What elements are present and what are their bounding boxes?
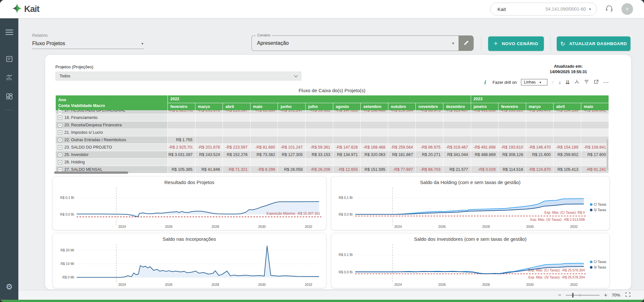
table-cell: -R$ 108.841 (581, 110, 609, 114)
table-cell (498, 122, 526, 129)
table-cell (361, 122, 388, 129)
update-dashboard-button[interactable]: ↻ ATUALIZAR DASHBOARD (557, 36, 630, 51)
table-horizontal-scrollbar[interactable] (54, 171, 128, 174)
expand-row-button[interactable]: + (58, 160, 62, 164)
drill-up-icon[interactable]: ↑ (552, 80, 554, 85)
table-cell (526, 122, 554, 129)
table-cell (278, 129, 306, 136)
table-cell (250, 114, 278, 122)
projects-filter-value: Todos (60, 74, 70, 78)
expand-row-button[interactable]: + (58, 131, 62, 135)
table-row-label[interactable]: +18. Financiamento (56, 114, 168, 122)
zoom-in-button[interactable]: + (604, 292, 607, 298)
drill-on-select[interactable]: Linhas ▾ (521, 79, 547, 85)
table-cell: -R$ 101.247 (278, 110, 306, 114)
expand-row-button[interactable]: + (58, 153, 62, 157)
table-cell: -R$ 168.468 (361, 110, 388, 114)
scenario-select-label: Cenário (256, 33, 272, 37)
table-cell: R$ 127.305 (278, 151, 306, 159)
sidebar-item-indicators[interactable] (5, 74, 13, 83)
expand-row-button[interactable]: + (58, 116, 62, 120)
avatar-initial: Y (626, 6, 629, 12)
menu-hamburger-icon[interactable] (5, 28, 13, 36)
table-cell (581, 136, 609, 144)
zoom-out-button[interactable]: − (558, 292, 561, 298)
table-cell: R$ 17.600 (581, 151, 609, 159)
table-cell: R$ 21.577 (443, 166, 471, 173)
support-headset-icon[interactable] (605, 4, 614, 14)
table-cell: -R$ 86.975 (416, 110, 443, 114)
table-row-label[interactable]: +23. SALDO DO PROJETO (56, 144, 168, 151)
table-cell (278, 122, 306, 129)
table-row-label[interactable]: +26. Holding (56, 159, 168, 166)
table-cell (223, 122, 251, 129)
expand-all-icon[interactable] (574, 79, 580, 86)
info-icon[interactable]: i (484, 79, 486, 85)
projects-filter-dropdown[interactable]: Todos (55, 72, 301, 81)
table-cell: -R$ 66.703 (416, 166, 443, 173)
table-cell (388, 129, 416, 136)
month-header: junho (278, 103, 306, 110)
table-cell (554, 136, 581, 144)
org-tax-id: 54.141.090/0001-60 (545, 6, 586, 12)
table-row: +17. RESULTADO OPERACIONAL-R$ 2.925.702-… (56, 110, 609, 114)
table-row: +22. Outras Entradas / ReembolsosR$ 1.75… (56, 136, 609, 144)
expand-row-button[interactable]: + (58, 168, 62, 172)
table-cell (416, 114, 443, 122)
table-cell (250, 159, 278, 166)
focus-mode-icon[interactable] (593, 79, 599, 86)
sidebar-item-reports[interactable] (5, 55, 13, 64)
fit-to-screen-icon[interactable] (625, 291, 631, 299)
svg-text:Exposição Máxima: -R$ 15.307.1: Exposição Máxima: -R$ 15.307.161 (267, 211, 320, 215)
svg-text:R$ 20 Mi: R$ 20 Mi (61, 248, 74, 252)
brand-logo: Kait (12, 4, 39, 15)
drill-down-icon[interactable]: ↓ (558, 80, 561, 85)
last-updated: Atualizado em: 14/09/2025 19:55:31 (535, 64, 602, 75)
expand-row-button[interactable]: + (58, 145, 62, 150)
update-dashboard-label: ATUALIZAR DASHBOARD (569, 41, 627, 46)
table-row-label[interactable]: +17. RESULTADO OPERACIONAL (56, 110, 168, 114)
table-cell (195, 129, 223, 136)
table-row-label[interactable]: +25. Investidor (56, 151, 168, 159)
zoom-slider-thumb[interactable] (572, 293, 573, 297)
table-cell: -R$ 77.697 (388, 166, 416, 173)
org-switcher[interactable]: Kait 54.141.090/0001-60 ▾ (490, 3, 597, 15)
table-cell (223, 114, 251, 122)
sidebar-item-dashboards[interactable] (5, 93, 13, 102)
svg-text:R$ 0 Mi: R$ 0 Mi (62, 275, 74, 279)
table-cell: -R$ 491.898 (471, 144, 498, 151)
refresh-icon: ↻ (560, 40, 565, 47)
expand-row-button[interactable]: + (58, 123, 62, 127)
settings-gear-icon[interactable]: ⚙ (6, 282, 13, 291)
go-to-next-level-icon[interactable]: ⇊ (565, 80, 570, 85)
row-header[interactable]: AnoConta Viabilidade Macro▲ (56, 95, 168, 110)
new-scenario-button[interactable]: + NOVO CENÁRIO (488, 36, 544, 51)
table-vertical-scrollbar[interactable] (607, 139, 608, 170)
filter-icon[interactable] (584, 79, 589, 86)
table-row-label[interactable]: +22. Outras Entradas / Reembolsos (56, 136, 168, 144)
edit-scenario-button[interactable] (459, 35, 474, 51)
expand-row-button[interactable]: + (58, 138, 62, 142)
table-cell (361, 114, 388, 122)
more-options-icon[interactable]: ⋯ (603, 80, 609, 85)
table-cell: -R$ 223.597 (223, 144, 251, 151)
table-cell (195, 136, 223, 144)
report-select[interactable]: Relatório Fluxo Projetos ▾ (32, 33, 144, 49)
scenario-select[interactable]: Cenário Apresentação ▾ (251, 35, 459, 51)
svg-text:2024: 2024 (394, 225, 402, 229)
table-row-label[interactable]: +21. Impostos s/ Lucro (56, 129, 168, 136)
table-cell: R$ 1.755 (168, 136, 195, 144)
table-cell: R$ 320.063 (361, 151, 388, 159)
table-row-label[interactable]: +20. Receita/Despesa Financeira (56, 122, 168, 129)
table-row: +25. InvestidorR$ 3.031.087R$ 243.524R$ … (56, 151, 609, 159)
user-avatar[interactable]: Y (621, 3, 633, 15)
table-cell (333, 129, 361, 136)
svg-text:2026: 2026 (438, 283, 446, 287)
table-cell (443, 159, 471, 166)
month-header: setembro (361, 103, 388, 110)
year-header: 2023 (471, 95, 609, 103)
table-cell (388, 122, 416, 129)
table-cell: R$ 181.867 (388, 151, 416, 159)
expand-row-button[interactable]: + (58, 110, 62, 114)
zoom-slider[interactable] (566, 295, 600, 296)
